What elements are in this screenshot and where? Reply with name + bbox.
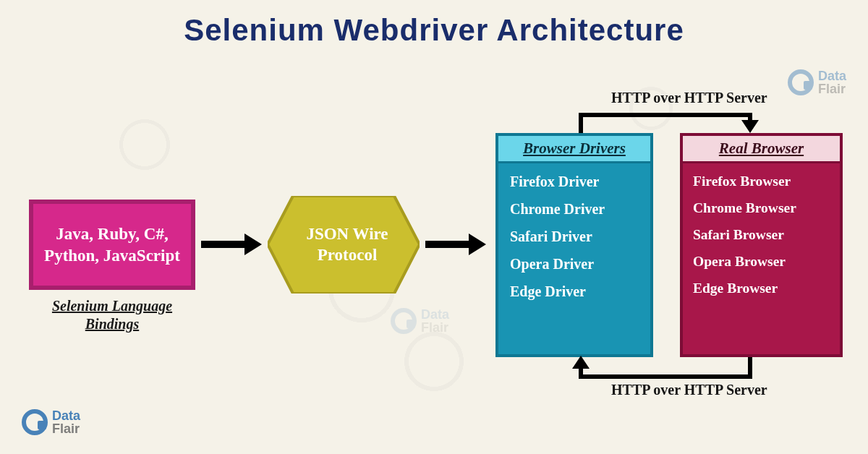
connector-bottom-arrow bbox=[572, 356, 590, 369]
drivers-list: Firefox Driver Chrome Driver Safari Driv… bbox=[498, 163, 650, 321]
arrow-protocol-to-drivers bbox=[425, 241, 470, 248]
driver-item: Opera Driver bbox=[510, 256, 639, 273]
languages-text: Java, Ruby, C#, Python, JavaScript bbox=[41, 223, 184, 267]
brand-logo-icon bbox=[22, 409, 48, 435]
languages-box: Java, Ruby, C#, Python, JavaScript bbox=[29, 200, 195, 290]
browser-item: Chrome Browser bbox=[693, 200, 830, 216]
connector-bottom bbox=[748, 357, 752, 379]
browsers-box: Real Browser Firefox Browser Chrome Brow… bbox=[680, 133, 843, 357]
arrow-languages-to-protocol bbox=[201, 241, 246, 248]
driver-item: Safari Driver bbox=[510, 228, 639, 245]
browsers-header: Real Browser bbox=[683, 136, 840, 163]
connector-top-arrow bbox=[741, 120, 759, 133]
brand-logo-text: DataFlair bbox=[818, 69, 846, 95]
diagram-canvas: Java, Ruby, C#, Python, JavaScript Selen… bbox=[0, 48, 868, 453]
drivers-header: Browser Drivers bbox=[498, 136, 650, 163]
brand-logo: DataFlair bbox=[22, 409, 80, 435]
brand-watermark: DataFlair bbox=[788, 69, 846, 95]
connector-bottom bbox=[579, 374, 752, 379]
driver-item: Firefox Driver bbox=[510, 174, 639, 190]
protocol-box: JSON Wire Protocol bbox=[268, 196, 420, 294]
browser-item: Opera Browser bbox=[693, 254, 830, 270]
brand-logo-text: DataFlair bbox=[421, 308, 449, 334]
connector-top bbox=[579, 113, 752, 117]
browser-item: Edge Browser bbox=[693, 280, 830, 296]
drivers-box: Browser Drivers Firefox Driver Chrome Dr… bbox=[495, 133, 653, 357]
http-label-top: HTTP over HTTP Server bbox=[611, 90, 767, 106]
http-label-bottom: HTTP over HTTP Server bbox=[611, 382, 767, 398]
brand-watermark: DataFlair bbox=[391, 308, 449, 334]
driver-item: Chrome Driver bbox=[510, 201, 639, 218]
connector-top bbox=[579, 113, 583, 133]
browsers-list: Firefox Browser Chrome Browser Safari Br… bbox=[683, 163, 840, 317]
driver-item: Edge Driver bbox=[510, 283, 639, 300]
brand-logo-text: DataFlair bbox=[52, 409, 80, 435]
brand-logo-icon bbox=[788, 69, 814, 95]
browser-item: Firefox Browser bbox=[693, 174, 830, 189]
browser-item: Safari Browser bbox=[693, 227, 830, 243]
protocol-text: JSON Wire Protocol bbox=[268, 196, 420, 294]
brand-logo-icon bbox=[391, 308, 417, 334]
languages-caption: Selenium Language Bindings bbox=[43, 297, 181, 333]
